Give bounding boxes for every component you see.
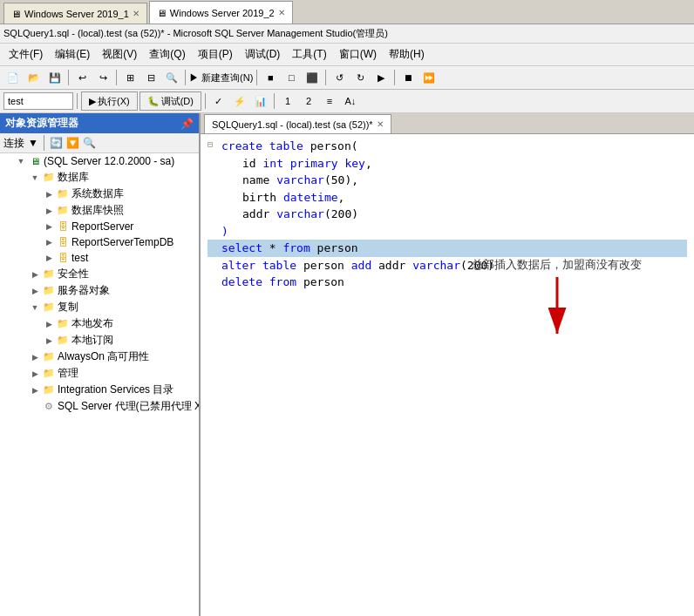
toolbar-btn-4[interactable]: ⊟ [141,68,160,87]
menu-file[interactable]: 文件(F) [3,45,48,64]
menu-window[interactable]: 窗口(W) [334,45,382,64]
toolbar-btn-17[interactable]: 2 [299,91,318,111]
toolbar-btn-11[interactable]: ▶ [371,68,391,87]
kw-create: create [221,138,262,155]
line-icon-5 [208,206,221,223]
parse-btn[interactable]: ✓ [209,91,228,111]
tree-reportservertempdb[interactable]: ▶ 🗄 ReportServerTempDB [0,234,199,250]
test-expand-icon[interactable]: ▶ [42,254,56,262]
agent-label: SQL Server 代理(已禁用代理 XP) [58,399,199,414]
arrow-container [472,277,642,347]
menu-tools[interactable]: 工具(T) [287,45,331,64]
mgmt-label: 管理 [58,366,78,381]
tree-reportserver[interactable]: ▶ 🗄 ReportServer [0,219,199,234]
code-line-1: ⊟ create table person( [208,138,687,155]
annotation: 总部插入数据后，加盟商没有改变 [472,256,642,347]
alter-stmt: alter table person add addr varchar(200) [221,257,494,274]
new-query-btn[interactable]: 📄 [3,68,23,87]
menu-project[interactable]: 项目(P) [193,45,238,64]
tree-management[interactable]: ▶ 📁 管理 [0,365,199,382]
toolbar-btn-14[interactable]: ⚡ [230,91,249,111]
tree-security[interactable]: ▶ 📁 安全性 [0,266,199,282]
mgmt-expand-icon[interactable]: ▶ [28,369,42,378]
line-icon-6 [208,223,221,240]
tree-sql-agent[interactable]: ⚙ SQL Server 代理(已禁用代理 XP) [0,398,199,415]
tree-test[interactable]: ▶ 🗄 test [0,250,199,266]
db-expand-icon[interactable]: ▼ [28,173,42,182]
tab-close-2[interactable]: ✕ [278,8,285,17]
pub-expand-icon[interactable]: ▶ [42,320,56,328]
tree-alwayson[interactable]: ▶ 📁 AlwaysOn 高可用性 [0,349,199,365]
tree-integration-services[interactable]: ▶ 📁 Integration Services 目录 [0,382,199,398]
tab-close-1[interactable]: ✕ [133,9,139,18]
toolbar-btn-10[interactable]: ↻ [350,68,370,87]
undo-btn[interactable]: ↩ [72,68,92,87]
menu-view[interactable]: 视图(V) [97,45,142,64]
line-expand-1: ⊟ [208,138,221,155]
toolbar-btn-18[interactable]: ≡ [320,91,339,111]
connect-bar: 连接 ▼ 🔄 🔽 🔍 [0,133,199,153]
tab-icon-2: 🖥 [157,8,167,18]
object-explorer: 对象资源管理器 📌 连接 ▼ 🔄 🔽 🔍 ▼ 🖥 (SQL Server 12.… [0,113,201,616]
execute-button[interactable]: ▶ 执行(X) [81,91,138,111]
toolbar-btn-13[interactable]: ⏩ [419,68,439,87]
toolbar-btn-19[interactable]: A↓ [341,91,360,111]
new-query-label: ▶ 新建查询(N) [189,71,253,85]
oe-search-icon[interactable]: 🔍 [83,137,96,149]
connect-dropdown-icon[interactable]: ▼ [28,137,38,149]
oe-filter-icon[interactable]: 🔽 [66,137,79,149]
open-btn[interactable]: 📂 [24,68,44,87]
pub-folder-icon: 📁 [56,317,70,331]
delete-stmt: delete from person [221,274,344,291]
rep-label: 复制 [58,300,78,315]
tab-windows-server-2[interactable]: 🖥 Windows Server 2019_2 ✕ [149,1,293,24]
toolbar-btn-5[interactable]: 🔍 [162,68,181,87]
toolbar-btn-9[interactable]: ↺ [330,68,349,87]
tree-server-objects[interactable]: ▶ 📁 服务器对象 [0,282,199,299]
toolbar-btn-15[interactable]: 📊 [251,91,270,111]
code-editor[interactable]: ⊟ create table person( id int primary ke… [201,134,694,616]
tree-local-pub[interactable]: ▶ 📁 本地发布 [0,315,199,332]
rs-expand-icon[interactable]: ▶ [42,222,56,231]
redo-btn[interactable]: ↪ [93,68,112,87]
tree-replication[interactable]: ▼ 📁 复制 [0,299,199,315]
snapshot-label: 数据库快照 [71,203,124,218]
sec-expand-icon[interactable]: ▶ [28,270,42,279]
toolbar-btn-12[interactable]: ⏹ [398,68,418,87]
toolbar-btn-8[interactable]: ⬛ [303,68,322,87]
tree-db-snapshot[interactable]: ▶ 📁 数据库快照 [0,202,199,219]
query-tab-1[interactable]: SQLQuery1.sql - (local).test (sa (52))* … [204,114,391,133]
tree-server[interactable]: ▼ 🖥 (SQL Server 12.0.2000 - sa) [0,153,199,169]
code-line-4: birth datetime, [208,189,687,206]
rstmp-icon: 🗄 [56,235,70,249]
debug-button[interactable]: 🐛 调试(D) [139,91,201,111]
tab-windows-server-1[interactable]: 🖥 Windows Server 2019_1 ✕ [3,3,147,24]
tree-system-db[interactable]: ▶ 📁 系统数据库 [0,186,199,202]
oe-pin-icon[interactable]: 📌 [180,118,194,130]
ao-expand-icon[interactable]: ▶ [28,353,42,362]
menu-debug[interactable]: 调试(D) [240,45,286,64]
menu-query[interactable]: 查询(Q) [144,45,190,64]
oe-refresh-icon[interactable]: 🔄 [50,137,63,149]
tree-local-sub[interactable]: ▶ 📁 本地订阅 [0,332,199,349]
sysdb-expand-icon[interactable]: ▶ [42,190,56,199]
snapshot-expand-icon[interactable]: ▶ [42,206,56,215]
rstmp-expand-icon[interactable]: ▶ [42,238,56,247]
so-expand-icon[interactable]: ▶ [28,287,42,295]
tree-databases[interactable]: ▼ 📁 数据库 [0,169,199,186]
toolbar-btn-6[interactable]: ■ [261,68,280,87]
server-expand-icon[interactable]: ▼ [14,157,28,166]
query-tab-close[interactable]: ✕ [377,119,384,129]
menu-edit[interactable]: 编辑(E) [50,45,95,64]
database-selector[interactable] [3,92,73,110]
sep5 [325,70,326,85]
save-btn[interactable]: 💾 [45,68,65,87]
toolbar-btn-3[interactable]: ⊞ [120,68,139,87]
sub-expand-icon[interactable]: ▶ [42,336,56,345]
execute-label: 执行(X) [98,95,130,108]
rep-expand-icon[interactable]: ▼ [28,303,42,312]
toolbar-btn-16[interactable]: 1 [278,91,297,111]
toolbar-btn-7[interactable]: □ [282,68,301,87]
is-expand-icon[interactable]: ▶ [28,386,42,395]
menu-help[interactable]: 帮助(H) [384,45,430,64]
